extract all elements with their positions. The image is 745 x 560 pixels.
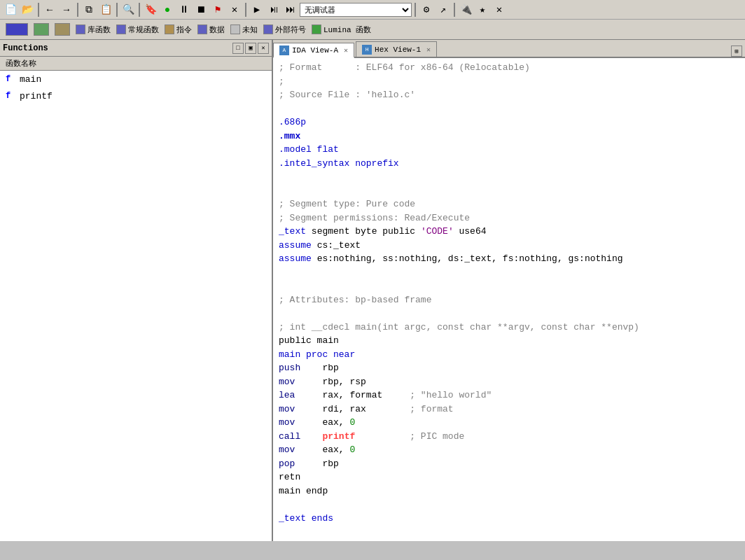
- tab-expand-btn[interactable]: ⊞: [731, 46, 742, 57]
- debugger-dropdown[interactable]: 无调试器: [300, 3, 412, 17]
- code-line-15: assume es:nothing, ss:nothing, ds:_text,…: [279, 252, 739, 266]
- break-icon[interactable]: ✕: [227, 2, 242, 18]
- paste-icon[interactable]: 📋: [98, 2, 113, 18]
- code-line-3: ; Source File : 'hello.c': [279, 88, 739, 102]
- file-icon[interactable]: 📄: [3, 2, 18, 18]
- sidebar-list: f main f printf: [0, 71, 272, 541]
- sidebar-header: Functions □ ▣ ✕: [0, 40, 272, 57]
- sidebar-col-header: 函数名称: [0, 57, 272, 71]
- code-line-13: _text segment byte public 'CODE' use64: [279, 225, 739, 239]
- tab-ida-view[interactable]: A IDA View-A ✕: [273, 43, 354, 58]
- code-line-10: [279, 184, 739, 198]
- undo-icon[interactable]: ←: [42, 2, 57, 18]
- code-line-28: call printf ; PIC mode: [279, 430, 739, 444]
- code-line-27: mov eax, 0: [279, 416, 739, 430]
- step2-icon[interactable]: ⏭: [283, 2, 298, 18]
- code-line-11: ; Segment type: Pure code: [279, 197, 739, 211]
- legend-extern[interactable]: 外部符号: [263, 24, 306, 35]
- main-container: Functions □ ▣ ✕ 函数名称 f main f printf: [0, 40, 745, 541]
- code-line-9: [279, 170, 739, 184]
- legend-lib-label: 库函数: [88, 24, 111, 35]
- legend-data-label: 数据: [209, 24, 225, 35]
- sep3: [116, 3, 118, 17]
- sidebar: Functions □ ▣ ✕ 函数名称 f main f printf: [0, 40, 273, 541]
- legend-data[interactable]: 数据: [197, 24, 225, 35]
- tabs-row: A IDA View-A ✕ H Hex View-1 ✕ ⊞: [273, 40, 745, 58]
- tab-hex-view[interactable]: H Hex View-1 ✕: [356, 41, 437, 57]
- ida-view-icon: A: [279, 46, 289, 55]
- code-line-31: retn: [279, 470, 739, 484]
- legend-row: 库函数 常规函数 指令 数据 未知 外部符号 Lumina 函数: [0, 20, 745, 39]
- legend-reg-label: 常规函数: [128, 24, 159, 35]
- ida-tab-close[interactable]: ✕: [344, 46, 348, 55]
- code-line-14: assume cs:_text: [279, 239, 739, 253]
- code-line-34: _text ends: [279, 512, 739, 526]
- code-line-25: lea rax, format ; "hello world": [279, 388, 739, 402]
- toolbar-row1: 📄 📂 ← → ⧉ 📋 🔍 🔖 ● ⏸ ⏹ ⚑ ✕ ▶ ⏯ ⏭ 无调试器 ⚙ ↗…: [0, 0, 745, 20]
- extra-icon[interactable]: ★: [475, 2, 490, 18]
- hex-tab-close[interactable]: ✕: [426, 46, 431, 54]
- code-line-23: push rbp: [279, 361, 739, 375]
- sep4: [139, 3, 140, 17]
- sidebar-item-main[interactable]: f main: [0, 71, 272, 88]
- legend-lumina[interactable]: Lumina 函数: [312, 24, 371, 35]
- sidebar-restore-btn[interactable]: □: [232, 43, 244, 54]
- code-line-29: mov eax, 0: [279, 443, 739, 457]
- func-icon-main: f: [6, 74, 17, 84]
- legend-extern-dot: [263, 24, 273, 34]
- bookmark-icon[interactable]: 🔖: [143, 2, 158, 18]
- sidebar-max-btn[interactable]: ▣: [245, 43, 256, 54]
- step-icon[interactable]: ⏯: [266, 2, 281, 18]
- code-area[interactable]: ; Format : ELF64 for x86-64 (Relocatable…: [273, 58, 745, 541]
- close-win-icon[interactable]: ✕: [492, 2, 507, 18]
- legend-instr[interactable]: 指令: [165, 24, 192, 35]
- legend-reg-dot: [116, 24, 126, 34]
- code-line-21: public main: [279, 334, 739, 348]
- code-line-26: mov rdi, rax ; format: [279, 402, 739, 416]
- open-icon[interactable]: 📂: [20, 2, 35, 18]
- redo-icon[interactable]: →: [59, 2, 74, 18]
- pause-icon[interactable]: ⏸: [176, 2, 192, 18]
- color-box-2[interactable]: [34, 23, 49, 36]
- legend-reg[interactable]: 常规函数: [116, 24, 159, 35]
- search-icon[interactable]: 🔍: [120, 2, 136, 18]
- export-icon[interactable]: ↗: [436, 2, 451, 18]
- sep1: [38, 3, 39, 17]
- sidebar-close-btn[interactable]: ✕: [258, 43, 269, 54]
- code-line-6: .mmx: [279, 130, 739, 144]
- code-line-4: [279, 102, 739, 116]
- sidebar-item-printf[interactable]: f printf: [0, 88, 272, 104]
- tab-hex-label: Hex View-1: [375, 46, 421, 54]
- func-icon-printf: f: [6, 91, 17, 101]
- legend-instr-dot: [165, 24, 174, 34]
- sep7: [454, 3, 455, 17]
- run-icon[interactable]: ●: [160, 2, 175, 18]
- func-name-printf: printf: [20, 91, 53, 102]
- legend-unknown-dot: [230, 24, 240, 34]
- code-line-12: ; Segment permissions: Read/Execute: [279, 211, 739, 225]
- sep6: [415, 3, 416, 17]
- legend-lib[interactable]: 库函数: [76, 24, 111, 35]
- toolbar-area: 📄 📂 ← → ⧉ 📋 🔍 🔖 ● ⏸ ⏹ ⚑ ✕ ▶ ⏯ ⏭ 无调试器 ⚙ ↗…: [0, 0, 745, 40]
- color-box-3[interactable]: [55, 23, 70, 36]
- code-line-30: pop rbp: [279, 457, 739, 471]
- flag-icon[interactable]: ⚑: [210, 2, 225, 18]
- settings-icon[interactable]: ⚙: [419, 2, 434, 18]
- hex-view-icon: H: [362, 45, 372, 55]
- legend-instr-label: 指令: [176, 24, 192, 35]
- plugin-icon[interactable]: 🔌: [458, 2, 473, 18]
- color-box-1[interactable]: [6, 23, 28, 36]
- legend-lib-dot: [76, 24, 85, 34]
- sep2: [77, 3, 78, 17]
- code-line-20: ; int __cdecl main(int argc, const char …: [279, 321, 739, 335]
- col-header-label: 函数名称: [6, 58, 36, 69]
- stop-icon[interactable]: ⏹: [193, 2, 209, 18]
- play-icon[interactable]: ▶: [249, 2, 265, 18]
- content-area: A IDA View-A ✕ H Hex View-1 ✕ ⊞ ; Format…: [273, 40, 745, 541]
- code-line-5: .686p: [279, 115, 739, 130]
- sidebar-title: Functions: [3, 43, 48, 53]
- code-line-8: .intel_syntax noprefix: [279, 157, 739, 171]
- code-line-17: [279, 279, 739, 293]
- copy-icon[interactable]: ⧉: [81, 2, 97, 18]
- legend-unknown[interactable]: 未知: [230, 24, 258, 35]
